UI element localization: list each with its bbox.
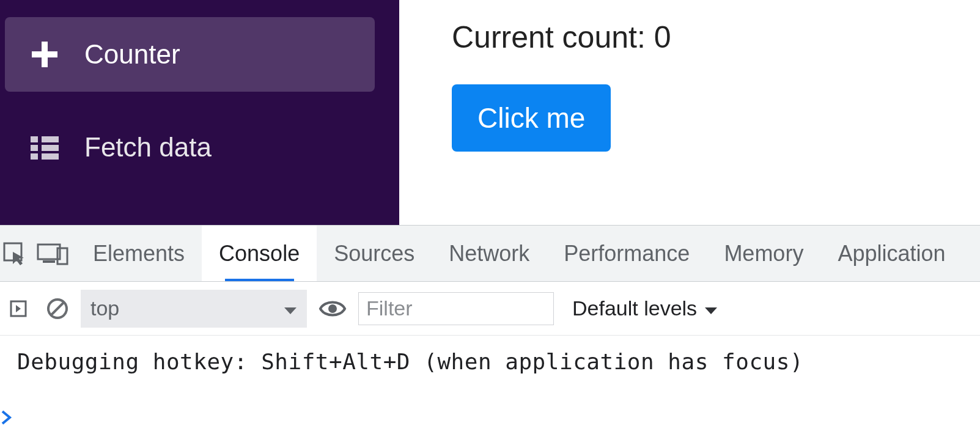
execution-context-select[interactable]: top bbox=[81, 290, 307, 328]
levels-label: Default levels bbox=[572, 296, 697, 320]
main-panel: Current count: 0 Click me bbox=[399, 0, 980, 225]
count-display: Current count: 0 bbox=[452, 20, 980, 55]
svg-point-15 bbox=[328, 304, 337, 313]
sidebar-item-fetch-data[interactable]: Fetch data bbox=[5, 110, 375, 185]
plus-icon bbox=[29, 39, 60, 70]
tab-performance[interactable]: Performance bbox=[547, 226, 707, 281]
svg-rect-11 bbox=[57, 248, 67, 264]
tab-security[interactable]: Secu bbox=[963, 226, 980, 281]
inspect-element-icon[interactable] bbox=[0, 226, 29, 281]
svg-rect-4 bbox=[31, 145, 38, 151]
live-expression-icon[interactable] bbox=[314, 290, 351, 327]
clear-console-icon[interactable] bbox=[42, 293, 73, 325]
svg-rect-5 bbox=[42, 145, 59, 151]
click-me-button[interactable]: Click me bbox=[452, 84, 611, 152]
console-log-message: Debugging hotkey: Shift+Alt+D (when appl… bbox=[17, 349, 963, 374]
sidebar-item-label: Counter bbox=[84, 39, 180, 70]
svg-rect-10 bbox=[43, 260, 55, 263]
tab-sources[interactable]: Sources bbox=[317, 226, 432, 281]
chevron-down-icon bbox=[284, 296, 297, 320]
sidebar-item-label: Fetch data bbox=[84, 132, 212, 163]
context-selected-label: top bbox=[90, 296, 119, 320]
list-icon bbox=[29, 132, 60, 163]
sidebar: Counter Fetch data bbox=[0, 0, 399, 225]
svg-rect-3 bbox=[42, 136, 59, 142]
devtools-tabbar: Elements Console Sources Network Perform… bbox=[0, 226, 980, 282]
svg-rect-2 bbox=[31, 136, 38, 142]
console-filter-input[interactable] bbox=[358, 292, 554, 325]
console-sidebar-toggle-icon[interactable] bbox=[2, 293, 34, 325]
devtools-left-controls bbox=[0, 226, 76, 281]
toggle-device-toolbar-icon[interactable] bbox=[29, 226, 76, 281]
sidebar-item-counter[interactable]: Counter bbox=[5, 17, 375, 92]
count-label-prefix: Current count: bbox=[452, 20, 654, 54]
tab-elements[interactable]: Elements bbox=[76, 226, 202, 281]
tab-memory[interactable]: Memory bbox=[707, 226, 820, 281]
svg-line-14 bbox=[51, 303, 64, 315]
svg-rect-6 bbox=[31, 153, 38, 160]
console-output: Debugging hotkey: Shift+Alt+D (when appl… bbox=[0, 336, 980, 445]
chevron-down-icon bbox=[704, 296, 718, 320]
console-prompt-caret-icon[interactable] bbox=[1, 409, 12, 429]
svg-rect-7 bbox=[42, 153, 59, 160]
count-value: 0 bbox=[654, 20, 671, 54]
devtools-panel: Elements Console Sources Network Perform… bbox=[0, 225, 980, 445]
svg-rect-1 bbox=[32, 51, 57, 57]
application-split: Counter Fetch data Current count: 0 Clic… bbox=[0, 0, 980, 225]
log-levels-select[interactable]: Default levels bbox=[561, 296, 718, 320]
tab-console[interactable]: Console bbox=[202, 226, 317, 281]
tab-application[interactable]: Application bbox=[820, 226, 962, 281]
tab-network[interactable]: Network bbox=[432, 226, 547, 281]
console-toolbar: top Default levels bbox=[0, 282, 980, 336]
